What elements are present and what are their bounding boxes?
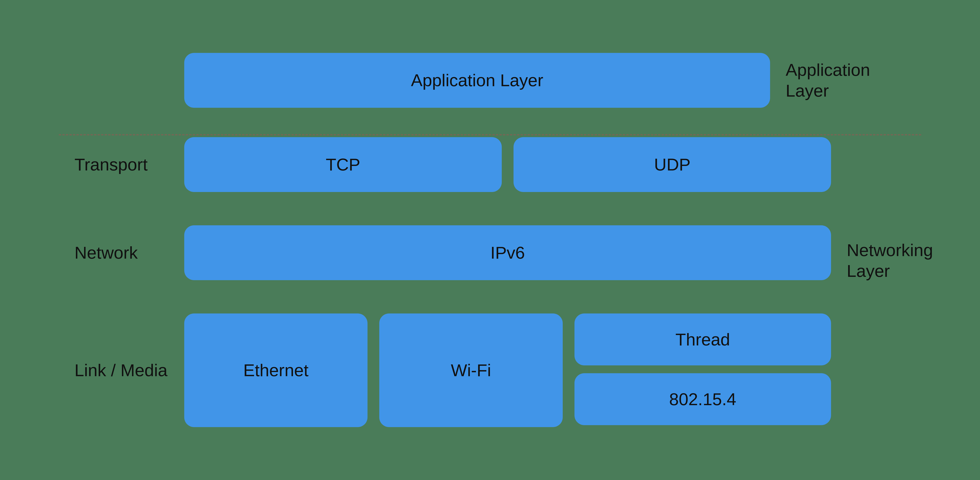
application-layer-text: Application Layer — [411, 70, 543, 90]
link-layer-section: Link / Media Ethernet Wi-Fi Thread 802.1… — [75, 313, 905, 427]
network-layer-row: Network IPv6 Networking Layer — [75, 225, 905, 296]
ethernet-block: Ethernet — [184, 313, 368, 427]
wifi-text: Wi-Fi — [451, 360, 491, 380]
ieee-text: 802.15.4 — [669, 389, 737, 409]
ieee-block: 802.15.4 — [574, 373, 831, 425]
tcp-block: TCP — [184, 137, 502, 192]
wifi-block: Wi-Fi — [379, 313, 563, 427]
transport-blocks: TCP UDP — [184, 137, 831, 192]
thread-ieee-stack: Thread 802.15.4 — [574, 313, 831, 427]
link-blocks: Ethernet Wi-Fi Thread 802.15.4 — [184, 313, 831, 427]
network-label: Network — [75, 243, 184, 263]
transport-layer-section: Transport TCP UDP — [75, 137, 905, 192]
tcp-text: TCP — [326, 154, 360, 175]
udp-block: UDP — [514, 137, 831, 192]
transport-label: Transport — [75, 154, 184, 175]
application-layer-right-label: Application Layer — [786, 60, 905, 101]
dashed-divider — [59, 134, 921, 135]
diagram-container: Application Layer Application Layer Tran… — [59, 24, 921, 456]
link-label: Link / Media — [75, 360, 184, 380]
ethernet-text: Ethernet — [243, 360, 309, 380]
application-layer-block: Application Layer — [184, 53, 770, 108]
thread-text: Thread — [675, 329, 730, 350]
networking-layer-right-label: Networking Layer — [847, 240, 921, 281]
application-layer-section: Application Layer Application Layer — [75, 53, 905, 108]
udp-text: UDP — [654, 154, 690, 175]
network-layer-section: Network IPv6 — [75, 225, 831, 280]
ipv6-block: IPv6 — [184, 225, 831, 280]
thread-block: Thread — [574, 313, 831, 366]
ipv6-text: IPv6 — [490, 243, 525, 263]
